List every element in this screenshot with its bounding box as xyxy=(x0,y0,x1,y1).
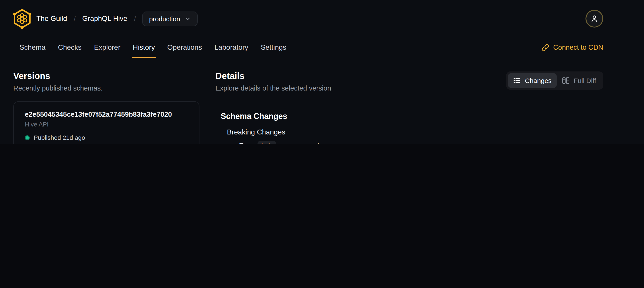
breadcrumb-org[interactable]: The Guild xyxy=(36,15,67,23)
changes-view-label: Changes xyxy=(525,77,552,84)
hive-logo-icon[interactable] xyxy=(12,8,33,29)
connect-to-cdn-button[interactable]: Connect to CDN xyxy=(542,44,603,52)
published-label: Published 21d ago xyxy=(34,134,85,141)
chevron-down-icon xyxy=(184,15,191,22)
bullet-dot xyxy=(230,144,233,144)
versions-title: Versions xyxy=(13,71,200,81)
change-text: Type xyxy=(239,141,254,144)
user-icon xyxy=(590,14,599,23)
breadcrumb: The Guild / GraphQL Hive / production xyxy=(36,11,198,26)
tab-explorer[interactable]: Explorer xyxy=(88,37,126,58)
tab-laboratory[interactable]: Laboratory xyxy=(208,37,254,58)
versions-list: e2e55045345ce13fe07f52a77459b83fa3fe7020… xyxy=(13,101,200,144)
schema-changes-title: Schema Changes xyxy=(221,112,603,121)
target-selector-value: production xyxy=(149,15,180,23)
tab-schema[interactable]: Schema xyxy=(13,37,52,58)
published-dot-icon xyxy=(25,135,30,140)
change-item: TypeLabwas removed xyxy=(230,139,603,144)
tab-checks[interactable]: Checks xyxy=(52,37,88,58)
main-content: Versions Recently published schemas. e2e… xyxy=(0,58,644,144)
details-panel: Details Explore details of the selected … xyxy=(216,71,603,144)
app: The Guild / GraphQL Hive / production Sc… xyxy=(0,0,644,144)
breadcrumb-separator: / xyxy=(134,15,136,23)
account-menu-button[interactable] xyxy=(586,10,603,28)
versions-subtitle: Recently published schemas. xyxy=(13,84,200,92)
breaking-changes-list: TypeLabwas removedFieldlabwas removed fr… xyxy=(230,139,603,144)
list-icon xyxy=(514,77,521,84)
versions-panel: Versions Recently published schemas. e2e… xyxy=(13,71,200,144)
version-card[interactable]: e2e55045345ce13fe07f52a77459b83fa3fe7020… xyxy=(18,106,195,144)
version-published-row: Published 21d ago xyxy=(25,134,188,141)
code-chip: Lab xyxy=(257,140,276,144)
full-diff-view-button[interactable]: Full Diff xyxy=(557,73,602,88)
version-target: Hive API xyxy=(25,121,188,128)
columns-icon xyxy=(562,77,570,84)
tab-settings[interactable]: Settings xyxy=(254,37,292,58)
link-icon xyxy=(542,44,549,51)
version-hash: e2e55045345ce13fe07f52a77459b83fa3fe7020 xyxy=(25,110,188,119)
top-bar: The Guild / GraphQL Hive / production xyxy=(0,0,644,37)
breaking-changes-title: Breaking Changes xyxy=(227,128,603,136)
target-selector[interactable]: production xyxy=(142,11,198,26)
breaking-changes-group: Breaking Changes TypeLabwas removedField… xyxy=(227,128,603,144)
nav-tab-bar: SchemaChecksExplorerHistoryOperationsLab… xyxy=(0,37,644,58)
change-text: was removed xyxy=(280,141,319,144)
breadcrumb-project[interactable]: GraphQL Hive xyxy=(82,15,127,23)
tab-operations[interactable]: Operations xyxy=(161,37,208,58)
breadcrumb-separator: / xyxy=(74,15,76,23)
tabs: SchemaChecksExplorerHistoryOperationsLab… xyxy=(13,37,292,58)
tab-history[interactable]: History xyxy=(126,37,161,58)
connect-to-cdn-label: Connect to CDN xyxy=(553,44,603,52)
changes-view-button[interactable]: Changes xyxy=(508,73,557,88)
full-diff-view-label: Full Diff xyxy=(574,77,596,84)
schema-changes-section: Schema Changes Breaking Changes TypeLabw… xyxy=(216,112,603,144)
view-toggle: Changes Full Diff xyxy=(506,72,603,90)
